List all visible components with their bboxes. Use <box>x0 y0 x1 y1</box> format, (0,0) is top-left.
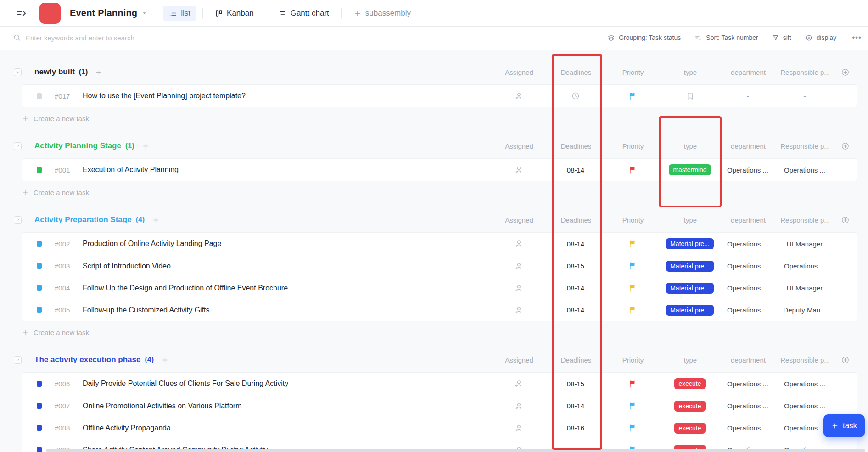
create-new-task-link[interactable]: Create a new task <box>22 186 89 199</box>
column-header-department[interactable]: department <box>731 216 766 224</box>
task-title[interactable]: Production of Online Activity Landing Pa… <box>83 240 221 248</box>
task-title[interactable]: Offline Activity Propaganda <box>83 424 171 432</box>
column-header-responsible[interactable]: Responsible p... <box>780 68 830 76</box>
department-value[interactable]: - <box>747 92 749 100</box>
assign-person-icon[interactable] <box>514 165 523 174</box>
column-header-assigned[interactable]: Assigned <box>505 356 533 364</box>
create-new-task-link[interactable]: Create a new task <box>22 326 89 339</box>
column-header-type[interactable]: type <box>684 142 697 150</box>
type-badge[interactable]: execute <box>674 401 705 412</box>
responsible-value[interactable]: Operations ... <box>784 424 825 432</box>
column-header-assigned[interactable]: Assigned <box>505 216 533 224</box>
project-dropdown-caret-icon[interactable] <box>141 10 147 16</box>
column-header-type[interactable]: type <box>684 68 697 76</box>
priority-flag-yellow-icon[interactable] <box>628 240 637 248</box>
create-new-task-link[interactable]: Create a new task <box>22 112 89 125</box>
search-input[interactable] <box>26 34 218 42</box>
priority-flag-yellow-icon[interactable] <box>628 306 637 314</box>
department-value[interactable]: Operations ... <box>727 380 768 388</box>
deadline-value[interactable]: 08-14 <box>567 240 584 248</box>
filter-control[interactable]: sift <box>772 34 791 41</box>
department-value[interactable]: Operations ... <box>727 166 768 174</box>
responsible-value[interactable]: UI Manager <box>787 240 823 248</box>
priority-flag-red-icon[interactable] <box>628 379 637 388</box>
department-value[interactable]: Operations ... <box>727 284 768 292</box>
collapse-group-icon[interactable] <box>14 142 22 150</box>
table-row[interactable]: #006 Daily Provide Potential Clues of Cl… <box>22 373 857 395</box>
deadline-value[interactable]: 08-14 <box>567 306 584 314</box>
priority-flag-blue-icon[interactable] <box>628 402 637 410</box>
sort-control[interactable]: Sort: Task number <box>694 34 758 42</box>
deadline-value[interactable]: 08-15 <box>567 380 584 388</box>
tab-kanban[interactable]: Kanban <box>209 6 259 21</box>
add-task-to-group-icon[interactable] <box>142 142 150 150</box>
column-header-priority[interactable]: Priority <box>622 142 644 150</box>
assign-person-icon[interactable] <box>514 306 523 315</box>
task-title[interactable]: Online Promotional Activities on Various… <box>83 402 242 410</box>
column-header-priority[interactable]: Priority <box>622 216 644 224</box>
assign-person-icon[interactable] <box>514 379 523 388</box>
type-badge[interactable]: Material pre... <box>666 261 714 272</box>
priority-flag-red-icon[interactable] <box>628 166 637 174</box>
column-header-deadlines[interactable]: Deadlines <box>561 216 592 224</box>
grouping-control[interactable]: Grouping: Task status <box>607 34 681 42</box>
tab-gantt[interactable]: Gantt chart <box>273 6 335 21</box>
responsible-value[interactable]: Deputy Man... <box>783 306 826 314</box>
add-task-to-group-icon[interactable] <box>152 216 160 224</box>
column-header-responsible[interactable]: Responsible p... <box>780 356 830 364</box>
department-value[interactable]: Operations ... <box>727 240 768 248</box>
column-header-deadlines[interactable]: Deadlines <box>561 142 592 150</box>
type-badge[interactable]: Material pre... <box>666 283 714 294</box>
task-title[interactable]: Daily Provide Potential Clues of Clients… <box>83 379 288 388</box>
type-badge[interactable]: Material pre... <box>666 305 714 316</box>
type-badge[interactable]: Material pre... <box>666 238 714 249</box>
column-header-assigned[interactable]: Assigned <box>505 68 533 76</box>
responsible-value[interactable]: - <box>804 92 806 100</box>
column-header-department[interactable]: department <box>731 142 766 150</box>
table-row[interactable]: #017 How to use the [Event Planning] pro… <box>22 85 857 107</box>
task-title[interactable]: Script of Introduction Video <box>83 262 171 270</box>
column-header-responsible[interactable]: Responsible p... <box>780 142 830 150</box>
assign-person-icon[interactable] <box>514 284 523 293</box>
assign-person-icon[interactable] <box>514 91 523 100</box>
type-badge[interactable]: execute <box>674 423 705 434</box>
column-header-department[interactable]: department <box>731 68 766 76</box>
responsible-value[interactable]: Operations ... <box>784 380 825 388</box>
task-title[interactable]: How to use the [Event Planning] project … <box>83 92 246 100</box>
department-value[interactable]: Operations ... <box>727 402 768 410</box>
project-icon[interactable] <box>39 3 61 24</box>
table-row[interactable]: #002 Production of Online Activity Landi… <box>22 233 857 255</box>
department-value[interactable]: Operations ... <box>727 262 768 270</box>
deadline-value[interactable]: 08-15 <box>567 262 584 270</box>
type-bookmark-icon[interactable] <box>686 92 694 100</box>
priority-flag-yellow-icon[interactable] <box>628 284 637 292</box>
collapse-group-icon[interactable] <box>14 216 22 224</box>
collapse-group-icon[interactable] <box>14 68 22 76</box>
add-column-icon[interactable] <box>841 142 850 151</box>
table-row[interactable]: #001 Execution of Activity Planning 08-1… <box>22 159 857 181</box>
add-column-icon[interactable] <box>841 68 850 77</box>
task-title[interactable]: Execution of Activity Planning <box>83 166 179 174</box>
column-header-priority[interactable]: Priority <box>622 68 644 76</box>
assign-person-icon[interactable] <box>514 262 523 271</box>
deadline-value[interactable]: 08-14 <box>567 402 584 410</box>
column-header-type[interactable]: type <box>684 216 697 224</box>
column-header-priority[interactable]: Priority <box>622 356 644 364</box>
tab-list[interactable]: list <box>163 6 196 21</box>
assign-person-icon[interactable] <box>514 239 523 248</box>
collapse-group-icon[interactable] <box>14 356 22 364</box>
column-header-deadlines[interactable]: Deadlines <box>561 68 592 76</box>
deadline-clock-icon[interactable] <box>571 91 580 100</box>
type-badge[interactable]: mastermind <box>669 164 711 175</box>
tab-add-subassembly[interactable]: subassembly <box>348 6 416 21</box>
table-row[interactable]: #008 Offline Activity Propaganda 08-16 e… <box>22 417 857 439</box>
column-header-deadlines[interactable]: Deadlines <box>561 356 592 364</box>
assign-person-icon[interactable] <box>514 402 523 411</box>
table-row[interactable]: #003 Script of Introduction Video 08-15 … <box>22 255 857 277</box>
type-badge[interactable]: execute <box>674 378 705 389</box>
add-task-button[interactable]: task <box>823 414 865 437</box>
column-header-responsible[interactable]: Responsible p... <box>780 216 830 224</box>
department-value[interactable]: Operations ... <box>727 306 768 314</box>
table-row[interactable]: #004 Follow Up the Design and Production… <box>22 277 857 299</box>
responsible-value[interactable]: UI Manager <box>787 284 823 292</box>
